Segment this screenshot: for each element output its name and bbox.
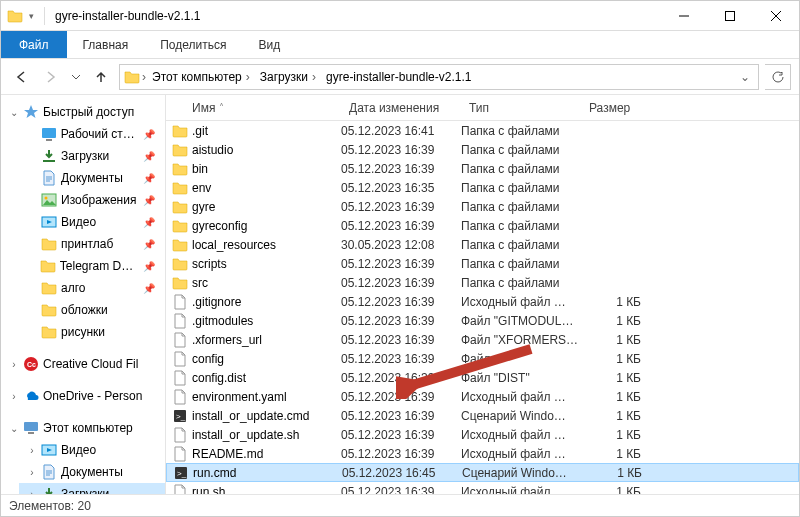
expand-icon[interactable]: ⌄	[9, 107, 19, 118]
sidebar-item[interactable]: ›Видео	[19, 439, 165, 461]
file-row[interactable]: .gitignore05.12.2023 16:39Исходный файл …	[166, 292, 799, 311]
file-date: 05.12.2023 16:39	[341, 371, 461, 385]
file-row[interactable]: README.md05.12.2023 16:39Исходный файл ……	[166, 444, 799, 463]
breadcrumb-segment[interactable]: gyre-installer-bundle-v2.1.1	[322, 70, 475, 84]
sidebar-onedrive[interactable]: › OneDrive - Person	[1, 385, 165, 407]
file-row[interactable]: install_or_update.cmd05.12.2023 16:39Сце…	[166, 406, 799, 425]
qat-dropdown-icon[interactable]: ▾	[29, 11, 34, 21]
navigation-pane[interactable]: ⌄ Быстрый доступ Рабочий сто…📌Загрузки📌Д…	[1, 95, 166, 494]
folder-icon	[172, 237, 188, 253]
file-row[interactable]: scripts05.12.2023 16:39Папка с файлами	[166, 254, 799, 273]
breadcrumb[interactable]: › Этот компьютер› Загрузки› gyre-install…	[119, 64, 759, 90]
tab-view[interactable]: Вид	[242, 31, 296, 58]
file-row[interactable]: bin05.12.2023 16:39Папка с файлами	[166, 159, 799, 178]
file-row[interactable]: env05.12.2023 16:35Папка с файлами	[166, 178, 799, 197]
file-row[interactable]: src05.12.2023 16:39Папка с файлами	[166, 273, 799, 292]
sidebar-item[interactable]: ›Документы	[19, 461, 165, 483]
cmd-icon	[173, 465, 189, 481]
file-name: install_or_update.cmd	[192, 409, 309, 423]
column-date[interactable]: Дата изменения	[341, 95, 461, 120]
file-row[interactable]: gyreconfig05.12.2023 16:39Папка с файлам…	[166, 216, 799, 235]
breadcrumb-segment[interactable]: Этот компьютер›	[148, 70, 254, 84]
file-name: config.dist	[192, 371, 246, 385]
file-size: 1 КБ	[581, 314, 651, 328]
recent-dropdown[interactable]	[69, 65, 83, 89]
sidebar-item[interactable]: Telegram Deskto📌	[19, 255, 165, 277]
minimize-button[interactable]	[661, 1, 707, 31]
sidebar-item[interactable]: принтлаб📌	[19, 233, 165, 255]
pin-icon: 📌	[143, 151, 155, 162]
file-name: aistudio	[192, 143, 233, 157]
file-name: scripts	[192, 257, 227, 271]
column-size[interactable]: Размер	[581, 95, 651, 120]
file-icon	[172, 389, 188, 405]
sidebar-item[interactable]: Изображения📌	[19, 189, 165, 211]
folder-icon	[41, 324, 57, 340]
up-button[interactable]	[89, 65, 113, 89]
expand-icon[interactable]: ›	[27, 445, 37, 456]
svg-rect-11	[726, 11, 735, 20]
sidebar-creative-cloud[interactable]: › Creative Cloud Fil	[1, 353, 165, 375]
file-row[interactable]: environment.yaml05.12.2023 16:39Исходный…	[166, 387, 799, 406]
file-row[interactable]: .xformers_url05.12.2023 16:39Файл "XFORM…	[166, 330, 799, 349]
column-name[interactable]: Имя˄	[166, 95, 341, 120]
file-type: Папка с файлами	[461, 276, 581, 290]
column-headers: Имя˄ Дата изменения Тип Размер	[166, 95, 799, 121]
sidebar-item[interactable]: ›Загрузки	[19, 483, 165, 494]
file-row[interactable]: gyre05.12.2023 16:39Папка с файлами	[166, 197, 799, 216]
pin-icon: 📌	[143, 195, 155, 206]
forward-button[interactable]	[39, 65, 63, 89]
file-icon	[172, 294, 188, 310]
file-type: Папка с файлами	[461, 124, 581, 138]
file-row[interactable]: run.sh05.12.2023 16:39Исходный файл …1 К…	[166, 482, 799, 494]
file-size: 1 КБ	[581, 390, 651, 404]
breadcrumb-segment[interactable]: Загрузки›	[256, 70, 320, 84]
file-row[interactable]: .gitmodules05.12.2023 16:39Файл "GITMODU…	[166, 311, 799, 330]
expand-icon[interactable]: ›	[27, 467, 37, 478]
tab-file[interactable]: Файл	[1, 31, 67, 58]
file-date: 05.12.2023 16:45	[342, 466, 462, 480]
file-date: 05.12.2023 16:39	[341, 219, 461, 233]
expand-icon[interactable]: ›	[9, 359, 19, 370]
file-type: Исходный файл …	[461, 428, 581, 442]
sidebar-quick-access[interactable]: ⌄ Быстрый доступ	[1, 101, 165, 123]
tab-share[interactable]: Поделиться	[144, 31, 242, 58]
file-type: Папка с файлами	[461, 219, 581, 233]
file-date: 05.12.2023 16:39	[341, 257, 461, 271]
chevron-right-icon[interactable]: ›	[142, 70, 146, 84]
sort-asc-icon: ˄	[219, 102, 224, 113]
sidebar-item[interactable]: Рабочий сто…📌	[19, 123, 165, 145]
file-row[interactable]: local_resources30.05.2023 12:08Папка с ф…	[166, 235, 799, 254]
sidebar-item[interactable]: рисунки	[19, 321, 165, 343]
sidebar-item-label: Telegram Deskto	[60, 259, 139, 273]
sidebar-item[interactable]: Видео📌	[19, 211, 165, 233]
status-bar: Элементов: 20	[1, 494, 799, 516]
expand-icon[interactable]: ⌄	[9, 423, 19, 434]
sidebar-item[interactable]: Документы📌	[19, 167, 165, 189]
tab-home[interactable]: Главная	[67, 31, 145, 58]
sidebar-item[interactable]: обложки	[19, 299, 165, 321]
file-row[interactable]: aistudio05.12.2023 16:39Папка с файлами	[166, 140, 799, 159]
refresh-button[interactable]	[765, 64, 791, 90]
file-row[interactable]: config.dist05.12.2023 16:39Файл "DIST"1 …	[166, 368, 799, 387]
close-button[interactable]	[753, 1, 799, 31]
sidebar-this-pc[interactable]: ⌄ Этот компьютер	[1, 417, 165, 439]
file-name: .gitmodules	[192, 314, 253, 328]
file-list[interactable]: .git05.12.2023 16:41Папка с файламиaistu…	[166, 121, 799, 494]
file-name: .xformers_url	[192, 333, 262, 347]
maximize-button[interactable]	[707, 1, 753, 31]
file-date: 05.12.2023 16:39	[341, 295, 461, 309]
sidebar-item[interactable]: алго📌	[19, 277, 165, 299]
file-row[interactable]: .git05.12.2023 16:41Папка с файлами	[166, 121, 799, 140]
folder-icon	[172, 275, 188, 291]
column-type[interactable]: Тип	[461, 95, 581, 120]
sidebar-item[interactable]: Загрузки📌	[19, 145, 165, 167]
file-row[interactable]: run.cmd05.12.2023 16:45Сценарий Windo…1 …	[166, 463, 799, 482]
back-button[interactable]	[9, 65, 33, 89]
file-row[interactable]: config05.12.2023 16:39Файл1 КБ	[166, 349, 799, 368]
file-row[interactable]: install_or_update.sh05.12.2023 16:39Исхо…	[166, 425, 799, 444]
pc-icon	[23, 420, 39, 436]
file-name: README.md	[192, 447, 263, 461]
expand-icon[interactable]: ›	[9, 391, 19, 402]
address-dropdown-icon[interactable]: ⌄	[736, 70, 754, 84]
